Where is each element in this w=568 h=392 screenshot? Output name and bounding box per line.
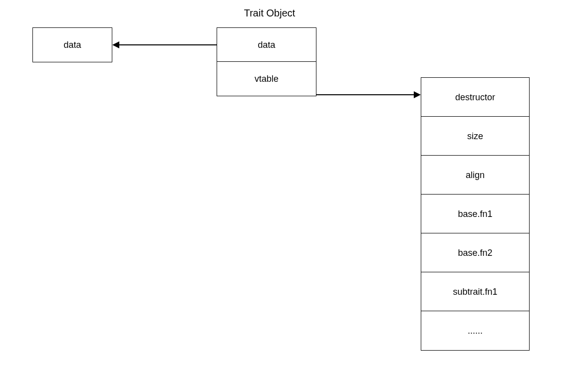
arrow-vtable-head: [414, 91, 421, 98]
vtable-entry-2: align: [421, 155, 530, 195]
diagram-title: Trait Object: [220, 7, 319, 19]
vtable-entry-4: base.fn2: [421, 233, 530, 273]
arrow-data: [119, 44, 217, 45]
vtable-entry-1: size: [421, 116, 530, 156]
trait-object-data-label: data: [258, 40, 275, 50]
vtable-entry-6-label: ......: [468, 326, 483, 336]
arrow-vtable: [316, 94, 414, 95]
vtable-entry-5-label: subtrait.fn1: [453, 287, 497, 297]
vtable-entry-3: base.fn1: [421, 194, 530, 234]
trait-object-data-cell: data: [217, 27, 316, 62]
vtable-entry-6: ......: [421, 311, 530, 351]
trait-object-vtable-label: vtable: [255, 74, 279, 84]
vtable-entry-4-label: base.fn2: [458, 248, 492, 258]
vtable-entry-0: destructor: [421, 77, 530, 117]
data-concrete-label: data: [63, 40, 81, 50]
vtable-entry-2-label: align: [466, 170, 485, 181]
trait-object-vtable-cell: vtable: [217, 61, 316, 96]
vtable-entry-5: subtrait.fn1: [421, 272, 530, 312]
arrow-data-head: [112, 41, 119, 48]
vtable-entry-3-label: base.fn1: [458, 209, 492, 219]
vtable-entry-1-label: size: [467, 131, 483, 142]
vtable-entry-0-label: destructor: [455, 92, 495, 103]
data-concrete-box: data: [32, 27, 112, 62]
